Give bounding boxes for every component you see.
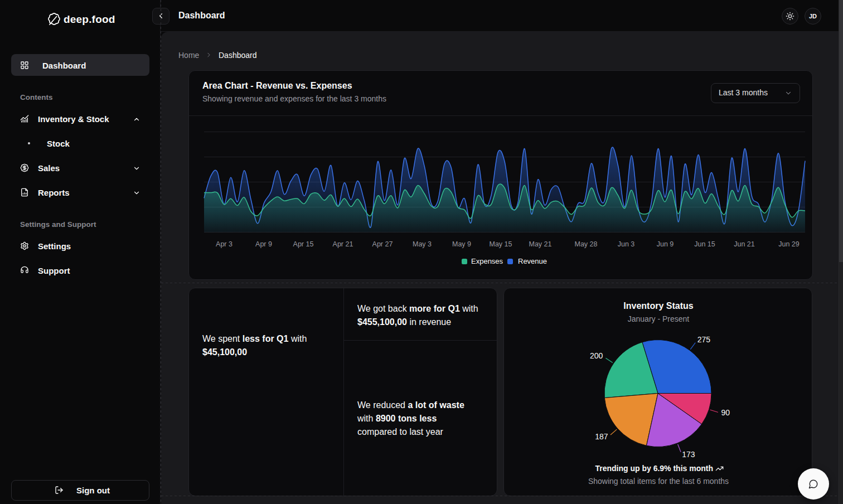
svg-text:Apr 27: Apr 27 (372, 240, 393, 248)
svg-text:May 9: May 9 (452, 240, 471, 248)
svg-text:173: 173 (682, 450, 695, 459)
svg-text:Apr 3: Apr 3 (216, 240, 232, 248)
svg-text:May 21: May 21 (529, 240, 552, 248)
svg-text:Jun 21: Jun 21 (734, 240, 755, 248)
svg-text:Jun 29: Jun 29 (778, 240, 800, 248)
svg-text:Jun 3: Jun 3 (618, 240, 635, 248)
svg-text:Jun 15: Jun 15 (694, 240, 715, 248)
svg-text:May 28: May 28 (575, 240, 598, 248)
svg-text:Apr 15: Apr 15 (293, 240, 314, 248)
svg-text:187: 187 (595, 432, 608, 441)
svg-text:Apr 9: Apr 9 (255, 240, 272, 248)
svg-text:May 15: May 15 (490, 240, 512, 248)
svg-text:Apr 21: Apr 21 (333, 240, 353, 248)
svg-text:90: 90 (721, 408, 730, 417)
svg-text:200: 200 (590, 351, 603, 360)
svg-text:May 3: May 3 (413, 240, 432, 248)
svg-text:275: 275 (697, 335, 711, 344)
svg-text:Jun 9: Jun 9 (657, 240, 674, 248)
